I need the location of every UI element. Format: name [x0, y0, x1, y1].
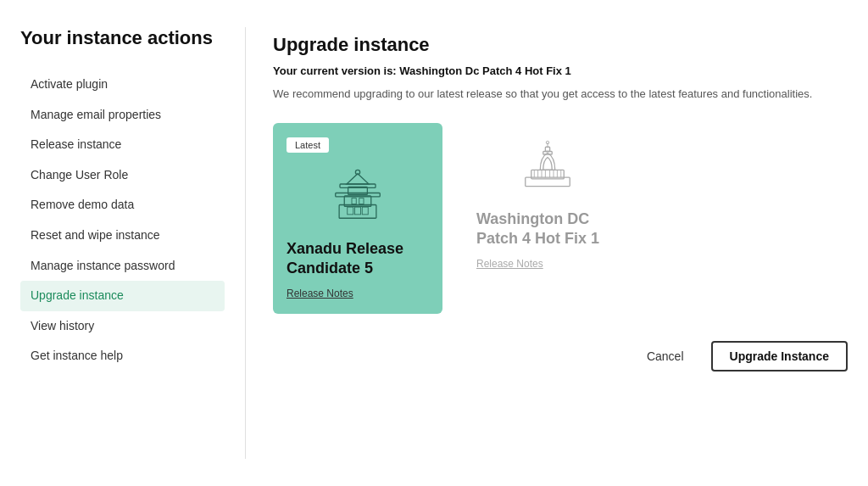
- sidebar-item-release-instance[interactable]: Release instance: [20, 130, 225, 160]
- xanadu-release-notes[interactable]: Release Notes: [287, 288, 353, 299]
- sidebar-title: Your instance actions: [20, 27, 225, 49]
- sidebar-nav: Activate plugin Manage email properties …: [20, 70, 225, 371]
- release-card-washington[interactable]: Washington DC Patch 4 Hot Fix 1 Release …: [463, 123, 632, 315]
- sidebar-item-manage-password[interactable]: Manage instance password: [20, 251, 225, 282]
- release-cards-container: Latest: [273, 123, 848, 315]
- sidebar-divider: [245, 27, 246, 459]
- washington-card-title: Washington DC Patch 4 Hot Fix 1: [476, 209, 619, 249]
- cancel-button[interactable]: Cancel: [633, 343, 698, 370]
- latest-badge: Latest: [287, 137, 329, 153]
- release-card-xanadu[interactable]: Latest: [273, 123, 442, 315]
- sidebar-item-upgrade-instance[interactable]: Upgrade instance: [20, 281, 225, 311]
- svg-rect-8: [348, 207, 353, 215]
- washington-release-notes[interactable]: Release Notes: [476, 258, 543, 270]
- footer-actions: Cancel Upgrade Instance: [273, 341, 848, 371]
- upgrade-instance-button[interactable]: Upgrade Instance: [711, 341, 848, 371]
- page-title: Upgrade instance: [273, 34, 848, 56]
- svg-rect-6: [352, 198, 356, 204]
- svg-rect-7: [359, 198, 364, 204]
- sidebar-item-activate-plugin[interactable]: Activate plugin: [20, 70, 225, 100]
- recommendation-text: We recommend upgrading to our latest rel…: [273, 86, 848, 103]
- sidebar-item-view-history[interactable]: View history: [20, 311, 225, 342]
- xanadu-icon: [287, 166, 429, 226]
- main-content: Upgrade instance Your current version is…: [273, 27, 848, 459]
- svg-rect-10: [362, 207, 368, 215]
- svg-rect-9: [355, 207, 361, 215]
- sidebar-item-change-user-role[interactable]: Change User Role: [20, 160, 225, 191]
- sidebar-item-remove-demo[interactable]: Remove demo data: [20, 190, 225, 221]
- xanadu-card-title: Xanadu Release Candidate 5: [287, 239, 429, 279]
- washington-icon: [476, 137, 619, 196]
- sidebar-item-manage-email[interactable]: Manage email properties: [20, 100, 225, 131]
- sidebar: Your instance actions Activate plugin Ma…: [20, 27, 245, 459]
- sidebar-item-reset-wipe[interactable]: Reset and wipe instance: [20, 221, 225, 251]
- svg-rect-22: [545, 147, 549, 151]
- current-version-text: Your current version is: Washington Dc P…: [273, 64, 848, 77]
- sidebar-item-get-help[interactable]: Get instance help: [20, 341, 225, 371]
